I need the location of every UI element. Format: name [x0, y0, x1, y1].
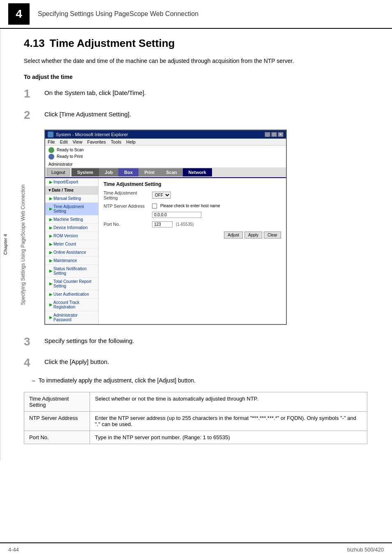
page-header-title: Specifying Settings Using PageScope Web … — [38, 10, 198, 18]
page-footer: 4-44 bizhub 500/420 — [0, 542, 392, 556]
footer-product: bizhub 500/420 — [347, 547, 384, 553]
sidebar-item-user-auth[interactable]: ▶ User Authentication — [45, 290, 98, 299]
menu-view[interactable]: View — [73, 139, 83, 144]
tab-network[interactable]: Network — [183, 168, 212, 176]
admin-label: Administrator — [45, 161, 286, 167]
minimize-button[interactable]: _ — [265, 132, 270, 137]
sidebar-item-machine-setting[interactable]: ▶ Machine Setting — [45, 215, 98, 224]
ntp-checkbox-label: Please check to enter host name — [160, 204, 220, 208]
ntp-address-input[interactable] — [152, 212, 201, 218]
sidebar-item-time-adjustment[interactable]: ▶ Time Adjustment Setting — [45, 203, 98, 215]
table-cell-term: Port No. — [24, 431, 90, 444]
sidebar-item-import-export[interactable]: ▶ Import/Export — [45, 178, 98, 186]
intro-text: Select whether the date and time of the … — [24, 56, 311, 65]
sidebar-main-label: Specifying Settings Using PageScope Web … — [20, 184, 26, 305]
sidebar-item-label: Online Assistance — [53, 250, 86, 255]
time-adjustment-select[interactable]: OFF ON — [152, 192, 171, 199]
status-scan: Ready to Scan — [48, 147, 283, 153]
step-4-text: Click the [Apply] button. — [44, 356, 109, 367]
sidebar-item-label: Maintenance — [53, 258, 77, 263]
port-input[interactable] — [152, 221, 173, 227]
chapter-sidebar-label: Chapter 4 Specifying Settings Using Page… — [0, 29, 12, 461]
clear-button[interactable]: Clear — [264, 232, 281, 239]
browser-window: System - Microsoft Internet Explorer _ □… — [44, 130, 287, 325]
arrow-icon: ▶ — [49, 217, 53, 222]
browser-titlebar: System - Microsoft Internet Explorer _ □… — [45, 130, 286, 139]
sidebar-item-status-notification[interactable]: ▶ Status Notification Setting — [45, 265, 98, 278]
browser-icon — [48, 132, 53, 137]
browser-content: ▶ Import/Export ▼Date / Time ▶ Manual Se… — [45, 178, 286, 324]
menu-help[interactable]: Help — [126, 139, 136, 144]
form-row-time-adjustment: Time Adjustment Setting OFF ON — [104, 190, 281, 200]
browser-controls[interactable]: _ □ ✕ — [265, 132, 284, 137]
restore-button[interactable]: □ — [271, 132, 277, 137]
nav-tabs: Logout System Job Box Print Scan Network — [45, 167, 286, 178]
menu-edit[interactable]: Edit — [60, 139, 68, 144]
step-3: 3 Specify settings for the following. — [24, 335, 380, 349]
tab-system[interactable]: System — [71, 168, 99, 176]
browser-titlebar-left: System - Microsoft Internet Explorer — [48, 132, 128, 137]
tab-job[interactable]: Job — [99, 168, 119, 176]
sidebar-item-label: Total Counter Report Setting — [53, 279, 96, 288]
apply-button[interactable]: Apply — [244, 232, 262, 239]
status-scan-dot — [48, 147, 54, 153]
step-3-number: 3 — [24, 335, 44, 349]
table-cell-def: Enter the NTP server address (up to 255 … — [90, 411, 367, 431]
menu-file[interactable]: File — [48, 139, 55, 144]
step-4-sub: – To immediately apply the adjustment, c… — [24, 377, 380, 384]
status-scan-text: Ready to Scan — [57, 148, 84, 152]
close-button[interactable]: ✕ — [278, 132, 284, 137]
step-4-sub-text: To immediately apply the adjustment, cli… — [39, 377, 196, 384]
sidebar-item-label: Meter Count — [53, 242, 76, 246]
arrow-icon: ▶ — [49, 302, 53, 307]
tab-scan[interactable]: Scan — [160, 168, 182, 176]
content-title: Time Adjustment Setting — [104, 181, 281, 187]
tab-box[interactable]: Box — [118, 168, 138, 176]
footer-page-number: 4-44 — [8, 547, 19, 553]
form-label-port: Port No. — [104, 222, 149, 227]
sidebar-item-online-assistance[interactable]: ▶ Online Assistance — [45, 248, 98, 257]
sidebar-item-account-track[interactable]: ▶ Account Track Registration — [45, 299, 98, 311]
sidebar-item-rom-version[interactable]: ▶ ROM Version — [45, 232, 98, 240]
sidebar-item-label: Account Track Registration — [53, 300, 96, 309]
ntp-checkbox[interactable] — [152, 204, 157, 208]
section-heading: Time Adjustment Setting — [50, 37, 175, 49]
subsection-title: To adjust the time — [24, 74, 380, 80]
sidebar-item-label: Administrator Password — [53, 313, 96, 322]
arrow-icon: ▶ — [49, 242, 53, 246]
table-cell-term: Time Adjustment Setting — [24, 392, 90, 411]
main-content: 4.13Time Adjustment Setting Select wheth… — [12, 29, 392, 461]
step-4: 4 Click the [Apply] button. — [24, 356, 380, 370]
sidebar-item-maintenance[interactable]: ▶ Maintenance — [45, 257, 98, 265]
sidebar-item-label: User Authentication — [53, 292, 89, 297]
table-cell-term: NTP Server Address — [24, 411, 90, 431]
menu-favorites[interactable]: Favorites — [87, 139, 106, 144]
browser-menubar: File Edit View Favorites Tools Help — [45, 139, 286, 146]
step-4-number: 4 — [24, 356, 44, 370]
table-row: Port No. Type in the NTP server port num… — [24, 431, 367, 444]
sidebar-item-device-info[interactable]: ▶ Device Information — [45, 224, 98, 232]
sidebar-item-manual-setting[interactable]: ▶ Manual Setting — [45, 195, 98, 203]
section-number: 4.13 — [24, 37, 45, 49]
tab-print[interactable]: Print — [138, 168, 160, 176]
adjust-button[interactable]: Adjust — [224, 232, 243, 239]
sidebar-item-label: Time Adjustment Setting — [53, 204, 96, 213]
arrow-icon: ▶ — [49, 258, 53, 263]
info-table: Time Adjustment Setting Select whether o… — [24, 392, 367, 444]
menu-tools[interactable]: Tools — [111, 139, 122, 144]
arrow-icon: ▶ — [49, 180, 53, 184]
step-3-text: Specify settings for the following. — [44, 335, 134, 346]
arrow-icon: ▶ — [49, 206, 53, 211]
table-cell-def: Select whether or not the time is automa… — [90, 392, 367, 411]
button-row: Adjust Apply Clear — [104, 232, 281, 239]
arrow-icon: ▶ — [49, 225, 53, 230]
arrow-icon: ▶ — [49, 250, 53, 255]
sidebar-item-total-counter[interactable]: ▶ Total Counter Report Setting — [45, 278, 98, 290]
sidebar-item-meter-count[interactable]: ▶ Meter Count — [45, 240, 98, 248]
arrow-icon: ▶ — [49, 281, 53, 286]
tab-logout[interactable]: Logout — [47, 168, 70, 176]
status-row: Ready to Scan Ready to Print — [45, 146, 286, 161]
sidebar-item-admin-password[interactable]: ▶ Administrator Password — [45, 311, 98, 324]
form-label-ntp-address: NTP Server Address — [104, 204, 149, 208]
form-row-port: Port No. (1-65535) — [104, 221, 281, 227]
